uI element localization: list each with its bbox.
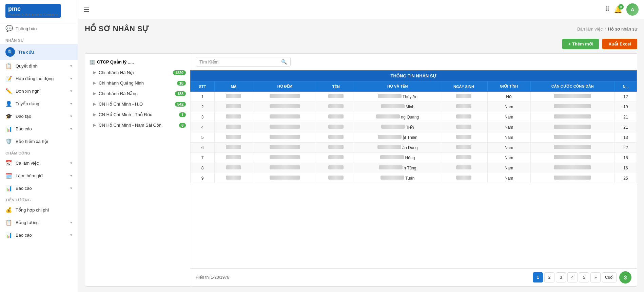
breadcrumb-separator: / — [605, 26, 606, 32]
sidebar-item-donxinghi[interactable]: ✏️ Đơn xin nghỉ ▾ — [0, 85, 78, 97]
col-ten: TÊN — [317, 81, 355, 92]
table-row[interactable]: 3 ng Quang Nam 21 — [191, 112, 637, 122]
branch-label: Chi nhánh Hà Nội — [99, 70, 134, 75]
page-btn-last[interactable]: Cuối — [602, 272, 617, 282]
cell-ma — [215, 122, 253, 132]
doc-icon: 📋 — [5, 63, 12, 69]
sidebar-item-label: Tổng hợp chi phí — [16, 207, 49, 213]
tree-branch-quangninh[interactable]: ▶ Chi nhánh Quảng Ninh 18 — [85, 78, 190, 88]
add-new-button[interactable]: + Thêm mới — [562, 39, 599, 49]
contract-icon: 📝 — [5, 75, 12, 82]
bell-wrapper[interactable]: 🔔 0 — [614, 5, 622, 14]
table-row[interactable]: 8 n Tùng Nam 16 — [191, 163, 637, 173]
col-ma: MÃ — [215, 81, 253, 92]
cell-hovaten: ật Thiên — [355, 132, 440, 143]
sidebar-item-label: Bảo hiểm xã hội — [16, 139, 48, 144]
page-btn-5[interactable]: 5 — [579, 272, 589, 282]
sidebar-item-baocao-cc[interactable]: 📊 Báo cáo ▾ — [0, 182, 78, 195]
col-gioitinh: GIỚI TÍNH — [487, 81, 530, 92]
sidebar-item-lamthemgio[interactable]: 🗓️ Làm thêm giờ ▾ — [0, 169, 78, 182]
action-bar: + Thêm mới Xuất Excel — [85, 39, 637, 49]
sidebar-item-bangluong[interactable]: 📋 Bảng lương ▾ — [0, 216, 78, 229]
cell-stt: 2 — [191, 102, 215, 112]
topbar: ☰ ⠿ 🔔 0 A — [78, 0, 644, 19]
left-tree: 🏢 CTCP Quản lý ..... ▶ Chi nhánh Hà Nội … — [85, 54, 190, 286]
sidebar-item-tuyendung[interactable]: 👤 Tuyển dụng ▾ — [0, 97, 78, 110]
avatar[interactable]: A — [626, 3, 639, 16]
cell-hovaten: Minh — [355, 102, 440, 112]
sidebar-item-baocao-ns[interactable]: 📊 Báo cáo ▾ — [0, 123, 78, 135]
notification-icon: 💬 — [5, 25, 13, 32]
page-content: HỒ SƠ NHÂN SỰ Bàn làm việc / Hồ sơ nhân … — [78, 19, 644, 292]
settings-button[interactable]: ⚙ — [619, 271, 631, 284]
cell-gioitinh: Nam — [487, 143, 530, 153]
tree-branch-hanoi[interactable]: ▶ Chi nhánh Hà Nội 1220 — [85, 67, 190, 78]
table-row[interactable]: 6 ần Dũng Nam 22 — [191, 143, 637, 153]
sidebar-item-daotao[interactable]: 🎓 Đào tạo ▾ — [0, 110, 78, 123]
search-icon: 🔍 — [281, 59, 287, 65]
table-row[interactable]: 1 Thúy An Nữ 12 — [191, 92, 637, 102]
sidebar-item-quyetdinh[interactable]: 📋 Quyết định ▾ — [0, 60, 78, 72]
grid-icon[interactable]: ⠿ — [605, 5, 610, 14]
cell-hodem — [253, 112, 317, 122]
search-input-wrap: 🔍 — [196, 57, 291, 67]
page-header: HỒ SƠ NHÂN SỰ Bàn làm việc / Hồ sơ nhân … — [85, 24, 637, 33]
sidebar-item-calamviec[interactable]: 📅 Ca làm việc ▾ — [0, 157, 78, 169]
expand-icon: ▶ — [93, 102, 96, 106]
cell-gioitinh: Nam — [487, 102, 530, 112]
branch-badge: 1 — [179, 112, 186, 117]
sidebar-item-baocao-tl[interactable]: 📊 Báo cáo ▾ — [0, 229, 78, 241]
table-row[interactable]: 5 ật Thiên Nam 13 — [191, 132, 637, 143]
search-input[interactable] — [199, 59, 279, 65]
sidebar-item-hopdong[interactable]: 📝 Hợp đồng lao động ▾ — [0, 72, 78, 85]
page-btn-next[interactable]: » — [590, 272, 601, 282]
export-excel-button[interactable]: Xuất Excel — [602, 39, 637, 49]
tree-branch-hcm-thuduc[interactable]: ▶ CN Hồ Chí Minh - Thủ Đức 1 — [85, 109, 190, 120]
cell-ma — [215, 112, 253, 122]
col-ngaysinh: NGÀY SINH — [440, 81, 488, 92]
cell-cccd — [530, 92, 614, 102]
table-section-header: THÔNG TIN NHÂN SỰ — [191, 71, 637, 81]
table-row[interactable]: 9 Tuấn Nam 25 — [191, 173, 637, 183]
sidebar-item-label: Tra cứu — [18, 50, 34, 55]
cell-ngaysinh — [440, 143, 488, 153]
cell-stt: 4 — [191, 122, 215, 132]
cell-gioitinh: Nam — [487, 173, 530, 183]
tree-root[interactable]: 🏢 CTCP Quản lý ..... — [85, 56, 190, 67]
table-row[interactable]: 7 Hồng Nam 18 — [191, 153, 637, 163]
expand-icon: ▶ — [93, 112, 96, 117]
cell-cccd — [530, 122, 614, 132]
breadcrumb-home[interactable]: Bàn làm việc — [577, 26, 603, 32]
page-btn-3[interactable]: 3 — [556, 272, 566, 282]
cell-ten — [317, 92, 355, 102]
menu-icon[interactable]: ☰ — [83, 5, 90, 14]
personnel-table: THÔNG TIN NHÂN SỰ STT MÃ HỌ ĐỆM TÊN HỌ V… — [190, 70, 637, 183]
sidebar-item-tonghop[interactable]: 💰 Tổng hợp chi phí — [0, 204, 78, 216]
page-btn-4[interactable]: 4 — [567, 272, 578, 282]
cell-n: 18 — [614, 153, 637, 163]
cell-hovaten: Tiến — [355, 122, 440, 132]
table-row[interactable]: 4 Tiến Nam 21 — [191, 122, 637, 132]
col-n: N... — [614, 81, 637, 92]
cell-ma — [215, 173, 253, 183]
cell-gioitinh: Nam — [487, 122, 530, 132]
page-btn-2[interactable]: 2 — [544, 272, 554, 282]
page-btn-1[interactable]: 1 — [533, 272, 543, 282]
cell-ten — [317, 102, 355, 112]
sidebar-item-tracuu[interactable]: 🔍 Tra cứu — [0, 44, 78, 60]
cell-ngaysinh — [440, 132, 488, 143]
cell-gioitinh: Nam — [487, 153, 530, 163]
sidebar-item-baohiem[interactable]: 🛡️ Bảo hiểm xã hội — [0, 135, 78, 148]
branch-label: Chi nhánh Quảng Ninh — [99, 80, 144, 86]
tree-branch-hcm-namsaigon[interactable]: ▶ CN Hồ Chí Minh - Nam Sài Gòn 6 — [85, 120, 190, 130]
tree-branch-danang[interactable]: ▶ Chi nhánh Đà Nẵng 188 — [85, 88, 190, 99]
sidebar-item-label: Tuyển dụng — [16, 101, 39, 106]
table-row[interactable]: 2 Minh Nam 19 — [191, 102, 637, 112]
chart-icon: 📊 — [5, 126, 12, 132]
tree-branch-hcm-ho[interactable]: ▶ CN Hồ Chí Minh - H.O 542 — [85, 99, 190, 109]
notification-link[interactable]: 💬 Thông báo — [0, 22, 78, 35]
cell-ten — [317, 143, 355, 153]
cell-cccd — [530, 102, 614, 112]
arrow-icon: ▾ — [70, 127, 72, 131]
cell-n: 13 — [614, 132, 637, 143]
